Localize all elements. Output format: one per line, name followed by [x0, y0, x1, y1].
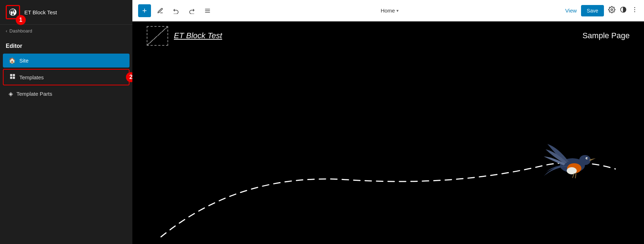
chevron-down-icon: ▾ — [396, 8, 399, 13]
svg-point-10 — [634, 9, 635, 10]
canvas-header: ET Block Test Sample Page — [132, 21, 644, 50]
toolbar-center: Home ▾ — [217, 8, 562, 14]
bird-illustration — [544, 140, 601, 187]
bird-svg — [544, 140, 601, 187]
svg-rect-1 — [13, 74, 15, 76]
template-parts-icon: ◈ — [9, 90, 13, 97]
svg-point-15 — [567, 167, 577, 174]
settings-button[interactable] — [608, 6, 615, 15]
dashboard-label: Dashboard — [9, 28, 32, 34]
redo-button[interactable] — [185, 4, 198, 17]
toolbar-right: View Save — [565, 5, 638, 16]
sidebar-header: 1 ET Block Test — [0, 0, 132, 25]
home-icon: 🏠 — [9, 57, 16, 64]
sidebar-item-templates-label: Templates — [19, 74, 44, 80]
undo-button[interactable] — [170, 4, 182, 17]
save-button[interactable]: Save — [581, 5, 604, 16]
svg-point-11 — [634, 11, 635, 13]
sidebar-item-site[interactable]: 🏠 Site — [3, 54, 130, 68]
toolbar: + — [132, 0, 644, 21]
sidebar-item-template-parts-label: Template Parts — [16, 91, 52, 97]
dashboard-link[interactable]: ‹ Dashboard — [0, 25, 132, 37]
chevron-left-icon: ‹ — [6, 28, 7, 34]
svg-rect-3 — [13, 77, 15, 79]
main-layout: 1 ET Block Test ‹ Dashboard Editor 🏠 Sit… — [0, 0, 644, 244]
canvas-site-name: ET Block Test — [174, 31, 222, 40]
canvas-nav-page: Sample Page — [582, 31, 630, 40]
contrast-button[interactable] — [620, 6, 627, 15]
sidebar-item-site-label: Site — [19, 58, 29, 64]
badge-1: 1 — [16, 15, 26, 25]
canvas-area: ET Block Test Sample Page — [132, 21, 644, 244]
templates-icon — [9, 73, 16, 81]
editor-label: Editor — [0, 37, 132, 53]
view-button[interactable]: View — [565, 8, 577, 14]
svg-rect-2 — [10, 77, 12, 79]
canvas-logo-area: ET Block Test — [147, 26, 222, 46]
sidebar-item-template-parts[interactable]: ◈ Template Parts — [3, 87, 130, 101]
svg-point-13 — [579, 155, 591, 165]
edit-button[interactable] — [154, 4, 167, 17]
svg-point-17 — [587, 158, 588, 159]
logo-placeholder — [147, 26, 168, 46]
home-button[interactable]: Home ▾ — [381, 8, 399, 14]
toolbar-left: + — [138, 4, 214, 17]
more-options-button[interactable] — [631, 6, 638, 15]
add-button[interactable]: + — [138, 4, 151, 17]
svg-line-19 — [575, 173, 576, 178]
sidebar-item-templates[interactable]: Templates — [3, 69, 130, 85]
svg-point-9 — [634, 7, 635, 8]
site-title: ET Block Test — [24, 9, 57, 15]
svg-rect-0 — [10, 74, 12, 76]
list-view-button[interactable] — [201, 4, 214, 17]
sidebar: 1 ET Block Test ‹ Dashboard Editor 🏠 Sit… — [0, 0, 132, 244]
svg-point-7 — [611, 9, 613, 11]
home-label: Home — [381, 8, 395, 14]
